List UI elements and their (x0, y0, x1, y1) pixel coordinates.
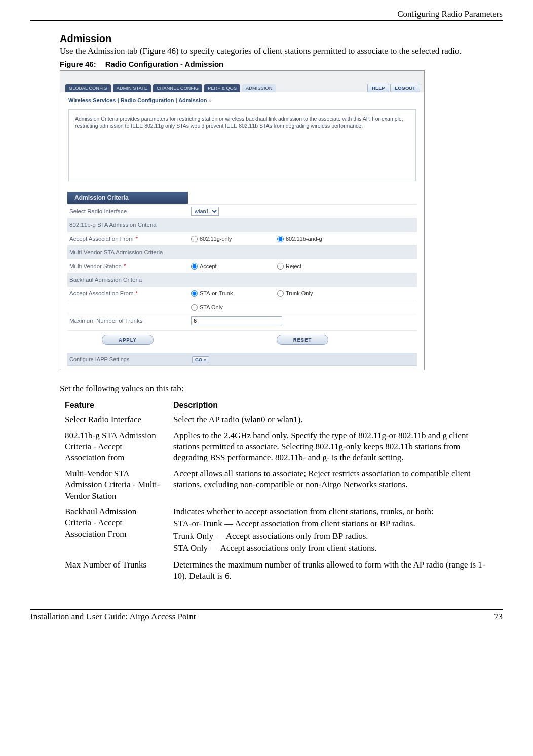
table-row: Backhaul Admission Criteria - Accept Ass… (65, 506, 503, 559)
table-row: Select Radio Interface Select the AP rad… (65, 414, 503, 430)
radio-accept-label: Accept (200, 263, 217, 269)
table-row: 802.11b-g STA Admission Criteria - Accep… (65, 430, 503, 468)
figure-caption: Figure 46:Radio Configuration - Admissio… (60, 60, 503, 68)
backhaul-accept-label: Accept Association From* (67, 288, 188, 298)
radio-80211b-and-g-label: 802.11b-and-g (286, 236, 322, 242)
go-button[interactable]: GO » (192, 356, 209, 363)
chapter-title: Configuring Radio Parameters (30, 9, 503, 19)
table-row: Multi-Vendor STA Admission Criteria - Mu… (65, 468, 503, 506)
radio-trunk-only[interactable] (277, 290, 284, 297)
max-trunks-input[interactable] (191, 316, 282, 325)
subheader-backhaul: Backhaul Admission Criteria (67, 275, 188, 285)
help-button[interactable]: HELP (367, 84, 389, 92)
breadcrumb-text: Wireless Services | Radio Configuration … (68, 97, 207, 103)
feature-cell: Multi-Vendor STA Admission Criteria - Mu… (65, 468, 173, 506)
section-header-bar: Admission Criteria (67, 192, 188, 204)
desc-cell: Accept allows all stations to associate;… (173, 468, 503, 506)
radio-80211g-only-label: 802.11g-only (200, 236, 232, 242)
iapp-label: Configure IAPP Settings (67, 353, 192, 365)
radio-trunk-only-label: Trunk Only (286, 290, 313, 296)
feature-cell: Backhaul Admission Criteria - Accept Ass… (65, 506, 173, 559)
feature-table: Feature Description Select Radio Interfa… (65, 401, 503, 587)
tab-admission[interactable]: ADMISSION (242, 84, 276, 92)
th-feature: Feature (65, 401, 173, 414)
tab-channel-config[interactable]: CHANNEL CONFIG (153, 84, 202, 92)
after-figure-text: Set the following values on this tab: (60, 384, 503, 394)
select-radio-dropdown[interactable]: wlan1 (191, 207, 219, 216)
radio-80211g-only[interactable] (191, 236, 198, 242)
header-rule (30, 20, 503, 21)
radio-sta-only[interactable] (191, 304, 198, 311)
screenshot-panel: GLOBAL CONFIG ADMIN STATE CHANNEL CONFIG… (60, 70, 425, 370)
feature-cell: Max Number of Trunks (65, 559, 173, 587)
subheader-multivendor: Multi-Vendor STA Admission Criteria (67, 247, 188, 257)
max-trunks-label: Maximum Number of Trunks (67, 316, 188, 326)
tab-global-config[interactable]: GLOBAL CONFIG (65, 84, 111, 92)
radio-reject[interactable] (277, 263, 284, 270)
select-radio-label: Select Radio Interface (67, 206, 188, 216)
breadcrumb: Wireless Services | Radio Configuration … (60, 92, 424, 106)
radio-sta-or-trunk-label: STA-or-Trunk (200, 290, 233, 296)
figure-title: Radio Configuration - Admission (105, 60, 224, 68)
th-description: Description (173, 401, 503, 414)
radio-reject-label: Reject (286, 263, 301, 269)
desc-cell: Select the AP radio (wlan0 or wlan1). (173, 414, 503, 430)
subheader-80211bg: 802.11b-g STA Admission Criteria (67, 220, 188, 230)
multi-vendor-label: Multi Vendor Station* (67, 261, 188, 271)
breadcrumb-arrows-icon: » (208, 97, 211, 103)
tab-admin-state[interactable]: ADMIN STATE (113, 84, 151, 92)
radio-sta-only-label: STA Only (200, 304, 223, 310)
desc-cell: Indicates whether to accept association … (173, 506, 503, 559)
desc-cell: Applies to the 2.4GHz band only. Specify… (173, 430, 503, 468)
feature-cell: Select Radio Interface (65, 414, 173, 430)
page-number: 73 (494, 612, 503, 622)
radio-sta-or-trunk[interactable] (191, 290, 198, 297)
desc-cell: Determines the maximum number of trunks … (173, 559, 503, 587)
accept-assoc-label: Accept Association From* (67, 234, 188, 244)
section-intro: Use the Admission tab (Figure 46) to spe… (60, 46, 503, 57)
description-box: Admission Criteria provides parameters f… (68, 109, 416, 181)
tab-perf-qos[interactable]: PERF & QOS (204, 84, 240, 92)
section-heading: Admission (60, 33, 503, 45)
feature-cell: 802.11b-g STA Admission Criteria - Accep… (65, 430, 173, 468)
reset-button[interactable]: RESET (277, 335, 328, 345)
table-row: Max Number of Trunks Determines the maxi… (65, 559, 503, 587)
radio-80211b-and-g[interactable] (277, 236, 284, 242)
logout-button[interactable]: LOGOUT (390, 84, 420, 92)
footer-left: Installation and User Guide: Airgo Acces… (30, 612, 196, 622)
tab-bar: GLOBAL CONFIG ADMIN STATE CHANNEL CONFIG… (65, 84, 367, 92)
apply-button[interactable]: APPLY (102, 335, 154, 345)
figure-number: Figure 46: (60, 60, 96, 68)
radio-accept[interactable] (191, 263, 198, 270)
